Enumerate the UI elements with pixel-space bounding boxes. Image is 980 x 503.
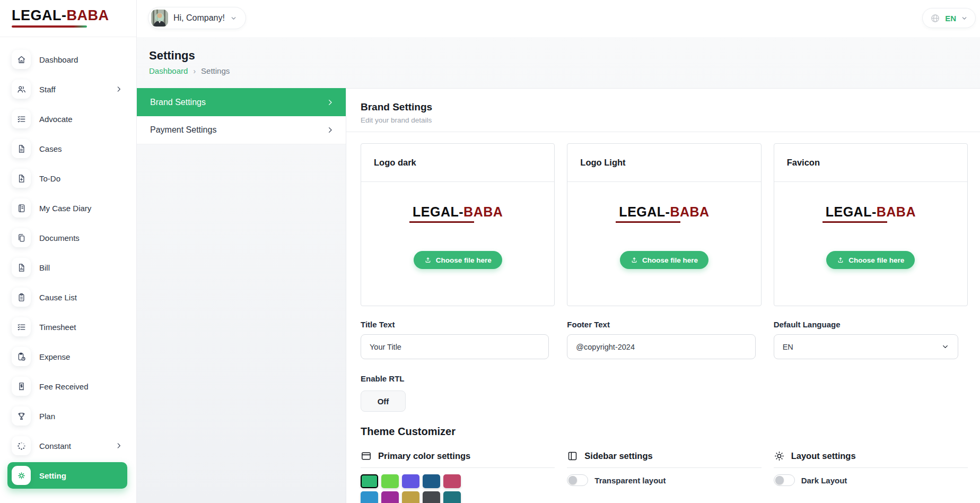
title-text-input[interactable]: [361, 334, 549, 359]
logo-underline: [409, 221, 474, 223]
theme-customizer-grid: Primary color settings: [361, 450, 968, 503]
choose-file-label: Choose file here: [436, 256, 492, 264]
language-code: EN: [945, 14, 956, 23]
sidebar-item-advocate[interactable]: Advocate: [0, 104, 136, 134]
sidebar: LEGAL-BABA Dashboard Staff: [0, 0, 136, 503]
breadcrumb: Dashboard › Settings: [149, 66, 980, 75]
card-title: Logo dark: [361, 144, 554, 182]
logo-primary-text: LEGAL-: [619, 204, 670, 219]
chevron-right-icon: [326, 98, 334, 106]
sidebar-item-label: Setting: [39, 471, 66, 480]
chevron-down-icon: [961, 15, 968, 22]
journal-icon: [12, 198, 31, 218]
logo-primary-text: LEGAL-: [826, 204, 877, 219]
sidebar-item-setting[interactable]: Setting: [7, 462, 127, 489]
clipboard-icon: [12, 288, 31, 307]
logo-underline: [12, 25, 87, 28]
page-title: Settings: [149, 49, 980, 63]
toggle-label: Dark Layout: [801, 476, 847, 485]
section-title: Sidebar settings: [584, 451, 652, 461]
sidebar-item-label: Constant: [39, 441, 71, 450]
transparent-layout-toggle[interactable]: [567, 474, 588, 486]
sidebar-settings-section: Sidebar settings Transparent layout: [567, 450, 761, 503]
upload-cards-row: Logo dark LEGAL-BABA Choose file here: [361, 143, 968, 306]
logo-accent-text: BABA: [463, 204, 503, 219]
logo-preview: LEGAL-BABA: [826, 204, 916, 223]
enable-rtl-group: Enable RTL Off: [361, 374, 966, 412]
sidebar-item-expense[interactable]: Expense: [0, 342, 136, 371]
logo-accent-text: BABA: [67, 7, 109, 23]
chevron-down-icon: [941, 343, 949, 351]
choose-file-button[interactable]: Choose file here: [620, 251, 708, 269]
upload-icon: [631, 256, 638, 264]
dark-layout-toggle[interactable]: [774, 474, 795, 486]
sidebar-item-bill[interactable]: Bill: [0, 253, 136, 282]
choose-file-button[interactable]: Choose file here: [826, 251, 915, 269]
color-swatch[interactable]: [443, 491, 461, 503]
logo-primary-text: LEGAL-: [413, 204, 463, 219]
logo-preview: LEGAL-BABA: [413, 204, 503, 223]
upload-icon: [424, 256, 432, 264]
sidebar-item-cases[interactable]: Cases: [0, 134, 136, 163]
sidebar-item-dashboard[interactable]: Dashboard: [0, 45, 136, 74]
gear-icon: [12, 466, 31, 485]
sidebar-item-my-case-diary[interactable]: My Case Diary: [0, 193, 136, 223]
section-title: Layout settings: [791, 451, 856, 461]
title-text-label: Title Text: [361, 320, 555, 329]
logo-underline: [822, 221, 887, 223]
rtl-toggle-button[interactable]: Off: [361, 391, 406, 412]
page-header: Settings Dashboard › Settings: [136, 37, 980, 75]
sidebar-item-constant[interactable]: Constant: [0, 431, 136, 461]
sidebar-layout-icon: [567, 450, 578, 462]
divider: [346, 132, 980, 132]
color-swatch[interactable]: [402, 474, 419, 488]
color-swatch[interactable]: [423, 474, 440, 488]
brand-logo[interactable]: LEGAL-BABA: [0, 0, 136, 37]
home-icon: [12, 50, 31, 69]
sidebar-item-fee-received[interactable]: Fee Received: [0, 371, 136, 401]
user-menu[interactable]: Hi, Company!: [148, 7, 246, 29]
chevron-right-icon: [115, 85, 122, 93]
footer-text-field-group: Footer Text: [567, 320, 761, 359]
brand-settings-panel: Brand Settings Edit your brand details L…: [346, 88, 980, 503]
sidebar-item-timesheet[interactable]: Timesheet: [0, 312, 136, 342]
footer-text-label: Footer Text: [567, 320, 761, 329]
clipboard-clock-icon: [12, 347, 31, 366]
language-selector[interactable]: EN: [922, 8, 976, 28]
choose-file-label: Choose file here: [848, 256, 904, 264]
choose-file-button[interactable]: Choose file here: [414, 251, 502, 269]
enable-rtl-label: Enable RTL: [361, 374, 966, 383]
breadcrumb-dashboard-link[interactable]: Dashboard: [149, 66, 188, 75]
color-swatch[interactable]: [361, 474, 378, 488]
panel-title: Brand Settings: [361, 101, 966, 113]
sidebar-item-documents[interactable]: Documents: [0, 223, 136, 253]
sidebar-item-todo[interactable]: To-Do: [0, 163, 136, 193]
avatar: [151, 10, 168, 27]
sidebar-item-cause-list[interactable]: Cause List: [0, 282, 136, 312]
brand-form-row: Title Text Footer Text Default Language …: [361, 320, 968, 359]
menu-item-payment-settings[interactable]: Payment Settings: [136, 116, 347, 144]
checklist-icon: [12, 109, 31, 128]
sidebar-item-plan[interactable]: Plan: [0, 401, 136, 431]
color-swatch[interactable]: [381, 491, 399, 503]
footer-text-input[interactable]: [567, 334, 755, 359]
globe-icon: [930, 13, 940, 23]
color-swatch[interactable]: [423, 491, 440, 503]
color-swatch[interactable]: [443, 474, 461, 488]
top-header: Hi, Company! EN: [136, 0, 980, 37]
sidebar-item-staff[interactable]: Staff: [0, 74, 136, 104]
sun-icon: [774, 450, 785, 462]
toggle-label: Transparent layout: [594, 476, 666, 485]
choose-file-label: Choose file here: [642, 256, 698, 264]
default-language-select[interactable]: EN: [774, 334, 958, 359]
color-swatch[interactable]: [361, 491, 378, 503]
theme-customizer-heading: Theme Customizer: [361, 426, 966, 438]
logo-accent-text: BABA: [877, 204, 916, 219]
chevron-right-icon: [326, 126, 334, 134]
sidebar-item-label: Dashboard: [39, 55, 78, 64]
logo-underline: [616, 221, 680, 223]
users-icon: [12, 80, 31, 99]
color-swatch[interactable]: [381, 474, 399, 488]
color-swatch[interactable]: [402, 491, 419, 503]
menu-item-brand-settings[interactable]: Brand Settings: [136, 88, 347, 116]
